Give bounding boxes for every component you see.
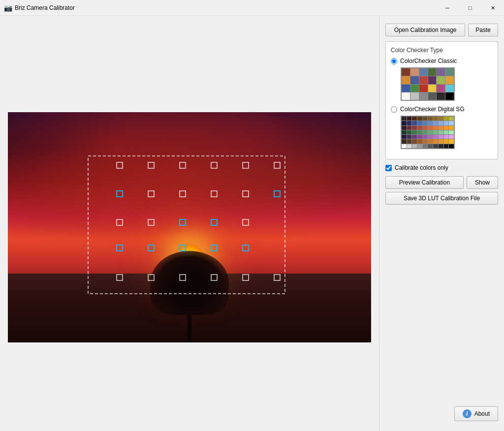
checker-cell [402, 117, 407, 121]
checker-cell [402, 144, 407, 148]
checker-cell [402, 68, 410, 76]
checker-cell [417, 144, 422, 148]
checker-cell [423, 135, 428, 139]
calibrate-colors-only-checkbox[interactable] [385, 165, 392, 171]
checker-cell [410, 92, 419, 100]
maximize-button[interactable]: □ [459, 0, 481, 16]
save-3dlut-button[interactable]: Save 3D LUT Calibration File [385, 192, 498, 205]
checker-cell [407, 139, 412, 143]
calibrate-colors-only-row[interactable]: Calibrate colors only [385, 164, 498, 171]
checker-cell [419, 85, 428, 92]
top-buttons-row: Open Calibration Image Paste [385, 24, 498, 36]
checker-cell [407, 135, 412, 139]
checker-cell [445, 68, 454, 76]
checker-cell [449, 144, 454, 148]
checker-cell [428, 68, 437, 76]
classic-radio[interactable] [391, 58, 397, 64]
checker-cell [433, 121, 438, 125]
checker-cell [402, 121, 407, 125]
checker-cell [417, 117, 422, 121]
classic-radio-label[interactable]: ColorChecker Classic [400, 58, 457, 64]
checker-cell [412, 126, 417, 130]
checker-cell [449, 130, 454, 134]
checker-cell [449, 126, 454, 130]
checker-cell [428, 121, 433, 125]
classic-checker-grid [401, 67, 455, 101]
checker-cell [433, 117, 438, 121]
checker-cell [444, 139, 449, 143]
checker-cell [407, 117, 412, 121]
checker-cell [402, 92, 410, 100]
checker-cell [444, 144, 449, 148]
tree-canopy [150, 251, 229, 315]
checker-cell [449, 121, 454, 125]
open-calibration-image-button[interactable]: Open Calibration Image [385, 24, 465, 36]
info-icon: i [463, 409, 472, 418]
checker-cell [428, 144, 433, 148]
checker-cell [423, 121, 428, 125]
sg-radio-label[interactable]: ColorChecker Digital SG [400, 106, 465, 113]
image-container[interactable] [8, 112, 371, 342]
about-button[interactable]: i About [454, 406, 498, 421]
show-button[interactable]: Show [467, 176, 498, 189]
checker-cell [444, 135, 449, 139]
preview-show-row: Preview Calibration Show [385, 176, 498, 189]
checker-cell [423, 126, 428, 130]
preview-calibration-button[interactable]: Preview Calibration [385, 176, 464, 189]
checker-cell [417, 139, 422, 143]
checker-cell [433, 130, 438, 134]
checker-cell [444, 130, 449, 134]
checker-cell [423, 144, 428, 148]
about-label: About [474, 410, 490, 417]
checker-cell [423, 139, 428, 143]
checker-cell [428, 92, 437, 100]
checker-cell [402, 130, 407, 134]
app-icon: 📷 [4, 4, 12, 12]
checker-cell [437, 85, 445, 92]
checker-cell [410, 68, 419, 76]
checker-cell [412, 117, 417, 121]
close-button[interactable]: ✕ [481, 0, 504, 16]
classic-radio-option[interactable]: ColorChecker Classic [391, 58, 493, 64]
window-controls: ─ □ ✕ [436, 0, 504, 16]
right-panel: Open Calibration Image Paste Color Check… [379, 16, 504, 431]
checker-cell [423, 117, 428, 121]
main-layout: Open Calibration Image Paste Color Check… [0, 16, 504, 431]
checker-cell [449, 139, 454, 143]
checker-cell [412, 121, 417, 125]
checker-cell [433, 135, 438, 139]
calibrate-colors-only-label[interactable]: Calibrate colors only [395, 164, 448, 171]
checker-cell [417, 130, 422, 134]
checker-cell [417, 135, 422, 139]
checker-cell [449, 135, 454, 139]
main-image [8, 112, 371, 342]
checker-cell [444, 121, 449, 125]
checker-cell [437, 92, 445, 100]
sg-checker-grid [401, 116, 455, 149]
minimize-button[interactable]: ─ [436, 0, 459, 16]
checker-cell [417, 126, 422, 130]
checker-cell [407, 126, 412, 130]
checker-cell [444, 126, 449, 130]
checker-cell [407, 144, 412, 148]
checker-cell [419, 68, 428, 76]
checker-cell [439, 144, 443, 148]
checker-cell [402, 85, 410, 92]
sg-radio-option[interactable]: ColorChecker Digital SG [391, 106, 493, 113]
checker-cell [433, 144, 438, 148]
checker-cell [428, 76, 437, 84]
checker-cell [449, 117, 454, 121]
paste-button[interactable]: Paste [468, 24, 498, 36]
checker-cell [439, 130, 443, 134]
checker-cell [439, 126, 443, 130]
bottom-section: i About [385, 406, 498, 425]
checker-cell [410, 76, 419, 84]
checker-cell [419, 92, 428, 100]
checker-cell [428, 126, 433, 130]
checker-cell [445, 92, 454, 100]
app-title: Briz Camera Calibrator [15, 4, 75, 11]
checker-cell [412, 144, 417, 148]
title-bar: 📷 Briz Camera Calibrator ─ □ ✕ [0, 0, 504, 16]
sg-radio[interactable] [391, 106, 397, 113]
checker-cell [437, 68, 445, 76]
